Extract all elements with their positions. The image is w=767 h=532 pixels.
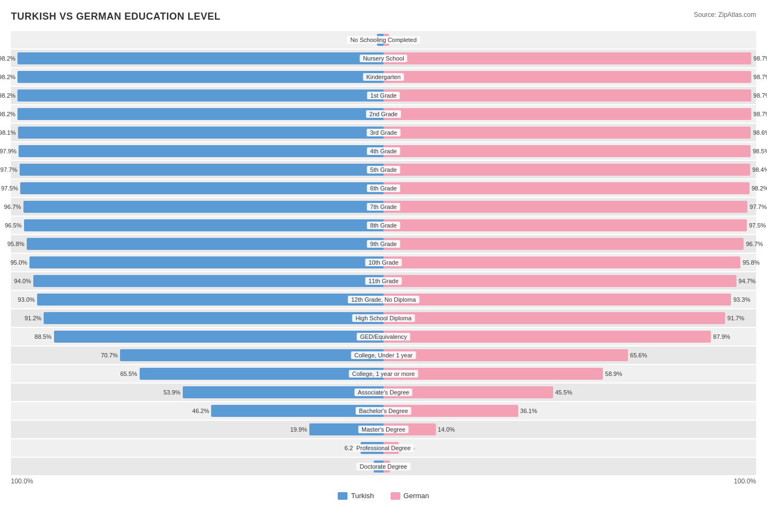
bar-right-section: 45.5% [384, 384, 756, 401]
bar-right-section: 95.8% [384, 254, 756, 271]
center-label: 9th Grade [367, 240, 400, 248]
left-value: 46.2% [192, 408, 209, 414]
bar-left-section: 46.2% [11, 402, 384, 420]
bar-left-section: 96.5% [11, 217, 384, 234]
bar-right-section: 93.3% [384, 291, 756, 308]
bar-row: 98.1% 98.6% 3rd Grade [11, 124, 756, 141]
bar-right-section: 4.1% [384, 439, 756, 457]
center-label: No Schooling Completed [347, 36, 420, 44]
pink-bar [384, 145, 751, 157]
blue-bar [37, 294, 384, 306]
center-label: Kindergarten [363, 73, 404, 81]
center-label: 8th Grade [367, 222, 400, 229]
pink-bar [384, 52, 751, 64]
chart-rows: 1.8% 1.4% No Schooling Completed 98.2% 9… [11, 31, 756, 475]
bar-row: 94.0% 94.7% 11th Grade [11, 272, 756, 290]
bar-left-section: 1.8% [11, 31, 384, 49]
blue-bar [120, 349, 384, 361]
legend-turkish-label: Turkish [351, 492, 374, 500]
left-value: 97.5% [1, 185, 18, 192]
bar-right-section: 98.5% [384, 142, 756, 160]
center-label: 5th Grade [367, 166, 400, 174]
bar-left-section: 96.7% [11, 198, 384, 216]
left-value: 88.5% [34, 333, 51, 340]
chart-source: Source: ZipAtlas.com [694, 11, 756, 19]
bar-left-section: 98.2% [11, 87, 384, 104]
blue-bar [20, 182, 384, 194]
bar-left-section: 98.2% [11, 50, 384, 67]
left-value: 98.2% [0, 74, 15, 80]
bar-row: 2.7% 1.8% Doctorate Degree [11, 458, 756, 475]
center-label: Doctorate Degree [357, 463, 411, 470]
right-value: 45.5% [555, 389, 572, 396]
bar-right-section: 1.8% [384, 458, 756, 475]
center-label: High School Diploma [352, 314, 415, 322]
bar-right-section: 14.0% [384, 421, 756, 438]
right-value: 14.0% [438, 426, 455, 433]
bar-right-section: 98.7% [384, 87, 756, 104]
left-value: 95.8% [7, 241, 24, 247]
center-label: 4th Grade [367, 147, 400, 155]
bar-right-section: 97.5% [384, 217, 756, 234]
left-value: 70.7% [101, 352, 118, 358]
bar-row: 70.7% 65.6% College, Under 1 year [11, 346, 756, 364]
bar-right-section: 96.7% [384, 235, 756, 253]
bar-left-section: 94.0% [11, 272, 384, 290]
center-label: College, Under 1 year [351, 351, 416, 359]
center-label: 6th Grade [367, 184, 400, 192]
right-value: 97.7% [750, 204, 766, 210]
blue-bar [29, 256, 384, 268]
legend-turkish: Turkish [338, 492, 374, 500]
bar-right-section: 1.4% [384, 31, 756, 49]
right-value: 98.7% [753, 55, 767, 62]
pink-bar [384, 108, 751, 120]
bar-row: 65.5% 58.9% College, 1 year or more [11, 365, 756, 382]
bar-right-section: 98.7% [384, 50, 756, 67]
bar-left-section: 98.2% [11, 68, 384, 86]
left-value: 98.1% [0, 129, 16, 136]
legend: Turkish German [11, 492, 756, 500]
blue-bar [24, 219, 384, 231]
left-value: 96.7% [4, 204, 21, 210]
bar-right-section: 87.9% [384, 328, 756, 345]
center-label: 2nd Grade [366, 110, 401, 118]
right-value: 94.7% [739, 278, 756, 284]
bar-left-section: 19.9% [11, 421, 384, 438]
center-label: GED/Equivalency [357, 333, 410, 340]
bar-row: 98.2% 98.7% Nursery School [11, 50, 756, 67]
right-value: 98.6% [753, 129, 767, 136]
right-value: 98.7% [753, 111, 767, 117]
bar-left-section: 95.8% [11, 235, 384, 253]
pink-bar [384, 89, 751, 101]
left-value: 95.0% [10, 259, 27, 266]
center-label: Associate's Degree [355, 388, 412, 396]
right-value: 98.4% [752, 166, 767, 173]
blue-bar [27, 238, 384, 250]
right-value: 91.7% [727, 315, 744, 321]
bar-left-section: 93.0% [11, 291, 384, 308]
pink-bar [384, 238, 744, 250]
bar-left-section: 70.7% [11, 346, 384, 364]
bar-right-section: 98.6% [384, 124, 756, 141]
bar-row: 97.7% 98.4% 5th Grade [11, 161, 756, 178]
bar-right-section: 97.7% [384, 198, 756, 216]
blue-bar [140, 368, 384, 380]
bar-row: 97.9% 98.5% 4th Grade [11, 142, 756, 160]
axis-left: 100.0% [11, 477, 33, 485]
bar-left-section: 97.9% [11, 142, 384, 160]
pink-bar [384, 294, 731, 306]
right-value: 98.5% [753, 148, 767, 154]
left-value: 19.9% [290, 426, 307, 433]
chart-container: TURKISH VS GERMAN EDUCATION LEVEL Source… [11, 11, 756, 500]
pink-bar [384, 331, 711, 343]
bar-left-section: 53.9% [11, 384, 384, 401]
left-value: 97.7% [1, 166, 17, 173]
bar-left-section: 95.0% [11, 254, 384, 271]
bar-row: 91.2% 91.7% High School Diploma [11, 309, 756, 327]
bar-row: 95.0% 95.8% 10th Grade [11, 254, 756, 271]
bar-row: 93.0% 93.3% 12th Grade, No Diploma [11, 291, 756, 308]
left-value: 93.0% [18, 296, 35, 303]
bar-right-section: 98.4% [384, 161, 756, 178]
bar-row: 6.2% 4.1% Professional Degree [11, 439, 756, 457]
blue-bar [18, 127, 384, 139]
